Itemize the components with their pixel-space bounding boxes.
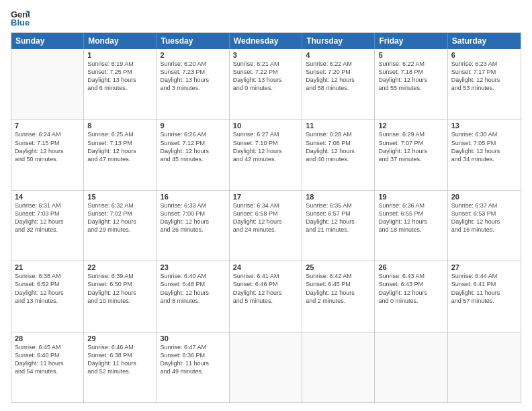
day-number: 26 bbox=[378, 263, 443, 271]
calendar-cell: 25Sunrise: 6:42 AMSunset: 6:45 PMDayligh… bbox=[302, 261, 375, 331]
calendar-row-5: 28Sunrise: 6:45 AMSunset: 6:40 PMDayligh… bbox=[11, 332, 521, 402]
day-number: 8 bbox=[87, 122, 152, 130]
day-number: 4 bbox=[306, 51, 371, 59]
calendar-cell: 6Sunrise: 6:23 AMSunset: 7:17 PMDaylight… bbox=[448, 49, 521, 119]
day-number: 15 bbox=[87, 193, 152, 201]
calendar-cell: 19Sunrise: 6:36 AMSunset: 6:55 PMDayligh… bbox=[375, 191, 447, 261]
day-info: Sunrise: 6:22 AMSunset: 7:20 PMDaylight:… bbox=[306, 60, 371, 93]
logo: General Blue bbox=[11, 8, 32, 27]
calendar-cell: 7Sunrise: 6:24 AMSunset: 7:15 PMDaylight… bbox=[11, 120, 84, 189]
day-number: 27 bbox=[451, 263, 517, 271]
day-info: Sunrise: 6:43 AMSunset: 6:43 PMDaylight:… bbox=[378, 272, 443, 305]
day-number: 17 bbox=[233, 193, 298, 201]
calendar-cell: 22Sunrise: 6:39 AMSunset: 6:50 PMDayligh… bbox=[84, 261, 157, 331]
day-number: 1 bbox=[87, 51, 152, 59]
calendar-cell: 27Sunrise: 6:44 AMSunset: 6:41 PMDayligh… bbox=[448, 261, 521, 331]
calendar-cell bbox=[11, 49, 84, 119]
calendar-cell: 28Sunrise: 6:45 AMSunset: 6:40 PMDayligh… bbox=[11, 332, 84, 402]
day-number: 28 bbox=[15, 334, 80, 342]
day-number: 25 bbox=[306, 263, 371, 271]
calendar-row-3: 14Sunrise: 6:31 AMSunset: 7:03 PMDayligh… bbox=[11, 191, 521, 261]
day-number: 20 bbox=[451, 193, 517, 201]
calendar-cell bbox=[448, 332, 521, 402]
calendar-body: 1Sunrise: 6:19 AMSunset: 7:25 PMDaylight… bbox=[11, 49, 521, 402]
calendar-row-4: 21Sunrise: 6:38 AMSunset: 6:52 PMDayligh… bbox=[11, 261, 521, 332]
day-info: Sunrise: 6:39 AMSunset: 6:50 PMDaylight:… bbox=[87, 272, 152, 305]
day-number: 16 bbox=[161, 193, 226, 201]
calendar-cell: 10Sunrise: 6:27 AMSunset: 7:10 PMDayligh… bbox=[230, 120, 302, 189]
day-number: 11 bbox=[306, 122, 371, 130]
svg-text:Blue: Blue bbox=[11, 17, 30, 27]
calendar-cell: 5Sunrise: 6:22 AMSunset: 7:18 PMDaylight… bbox=[375, 49, 447, 119]
day-info: Sunrise: 6:28 AMSunset: 7:08 PMDaylight:… bbox=[306, 130, 371, 163]
day-number: 12 bbox=[378, 122, 443, 130]
day-info: Sunrise: 6:40 AMSunset: 6:48 PMDaylight:… bbox=[161, 272, 226, 305]
day-number: 5 bbox=[378, 51, 443, 59]
calendar-cell bbox=[302, 332, 375, 402]
page-header: General Blue bbox=[11, 8, 521, 27]
day-number: 3 bbox=[233, 51, 298, 59]
weekday-header-friday: Friday bbox=[375, 33, 447, 49]
calendar-cell bbox=[375, 332, 447, 402]
weekday-header-wednesday: Wednesday bbox=[230, 33, 302, 49]
day-number: 14 bbox=[15, 193, 80, 201]
calendar-cell: 21Sunrise: 6:38 AMSunset: 6:52 PMDayligh… bbox=[11, 261, 84, 331]
day-info: Sunrise: 6:41 AMSunset: 6:46 PMDaylight:… bbox=[233, 272, 298, 305]
day-info: Sunrise: 6:36 AMSunset: 6:55 PMDaylight:… bbox=[378, 201, 443, 234]
day-info: Sunrise: 6:20 AMSunset: 7:23 PMDaylight:… bbox=[161, 60, 226, 93]
day-number: 7 bbox=[15, 122, 80, 130]
calendar-cell: 3Sunrise: 6:21 AMSunset: 7:22 PMDaylight… bbox=[230, 49, 302, 119]
calendar-cell: 4Sunrise: 6:22 AMSunset: 7:20 PMDaylight… bbox=[302, 49, 375, 119]
day-number: 2 bbox=[161, 51, 226, 59]
day-info: Sunrise: 6:42 AMSunset: 6:45 PMDaylight:… bbox=[306, 272, 371, 305]
day-info: Sunrise: 6:45 AMSunset: 6:40 PMDaylight:… bbox=[15, 343, 80, 376]
calendar-cell: 2Sunrise: 6:20 AMSunset: 7:23 PMDaylight… bbox=[157, 49, 230, 119]
calendar-cell: 17Sunrise: 6:34 AMSunset: 6:58 PMDayligh… bbox=[230, 191, 302, 261]
day-info: Sunrise: 6:35 AMSunset: 6:57 PMDaylight:… bbox=[306, 201, 371, 234]
weekday-header-saturday: Saturday bbox=[448, 33, 521, 49]
calendar-page: General Blue SundayMondayTuesdayWednesda… bbox=[0, 0, 532, 411]
calendar-cell: 14Sunrise: 6:31 AMSunset: 7:03 PMDayligh… bbox=[11, 191, 84, 261]
calendar-cell: 18Sunrise: 6:35 AMSunset: 6:57 PMDayligh… bbox=[302, 191, 375, 261]
weekday-header-thursday: Thursday bbox=[302, 33, 375, 49]
calendar-cell: 15Sunrise: 6:32 AMSunset: 7:02 PMDayligh… bbox=[84, 191, 157, 261]
day-number: 21 bbox=[15, 263, 80, 271]
day-info: Sunrise: 6:22 AMSunset: 7:18 PMDaylight:… bbox=[378, 60, 443, 93]
calendar-cell: 29Sunrise: 6:46 AMSunset: 6:38 PMDayligh… bbox=[84, 332, 157, 402]
day-info: Sunrise: 6:44 AMSunset: 6:41 PMDaylight:… bbox=[451, 272, 517, 305]
calendar-cell: 1Sunrise: 6:19 AMSunset: 7:25 PMDaylight… bbox=[84, 49, 157, 119]
calendar-cell: 30Sunrise: 6:47 AMSunset: 6:36 PMDayligh… bbox=[157, 332, 230, 402]
calendar-row-2: 7Sunrise: 6:24 AMSunset: 7:15 PMDaylight… bbox=[11, 120, 521, 190]
day-info: Sunrise: 6:47 AMSunset: 6:36 PMDaylight:… bbox=[161, 343, 226, 376]
day-info: Sunrise: 6:30 AMSunset: 7:05 PMDaylight:… bbox=[451, 130, 517, 163]
day-info: Sunrise: 6:23 AMSunset: 7:17 PMDaylight:… bbox=[451, 60, 517, 93]
day-info: Sunrise: 6:26 AMSunset: 7:12 PMDaylight:… bbox=[161, 130, 226, 163]
day-number: 30 bbox=[161, 334, 226, 342]
day-number: 19 bbox=[378, 193, 443, 201]
weekday-header-sunday: Sunday bbox=[11, 33, 84, 49]
day-info: Sunrise: 6:31 AMSunset: 7:03 PMDaylight:… bbox=[15, 201, 80, 234]
day-number: 23 bbox=[161, 263, 226, 271]
calendar-cell: 24Sunrise: 6:41 AMSunset: 6:46 PMDayligh… bbox=[230, 261, 302, 331]
calendar-row-1: 1Sunrise: 6:19 AMSunset: 7:25 PMDaylight… bbox=[11, 49, 521, 120]
calendar-cell bbox=[230, 332, 302, 402]
day-number: 6 bbox=[451, 51, 517, 59]
calendar-grid: SundayMondayTuesdayWednesdayThursdayFrid… bbox=[11, 32, 521, 403]
day-info: Sunrise: 6:29 AMSunset: 7:07 PMDaylight:… bbox=[378, 130, 443, 163]
day-info: Sunrise: 6:25 AMSunset: 7:13 PMDaylight:… bbox=[87, 130, 152, 163]
weekday-header-tuesday: Tuesday bbox=[157, 33, 230, 49]
calendar-cell: 20Sunrise: 6:37 AMSunset: 6:53 PMDayligh… bbox=[448, 191, 521, 261]
day-number: 22 bbox=[87, 263, 152, 271]
logo-icon: General Blue bbox=[11, 8, 30, 27]
day-info: Sunrise: 6:24 AMSunset: 7:15 PMDaylight:… bbox=[15, 130, 80, 163]
day-info: Sunrise: 6:38 AMSunset: 6:52 PMDaylight:… bbox=[15, 272, 80, 305]
day-info: Sunrise: 6:32 AMSunset: 7:02 PMDaylight:… bbox=[87, 201, 152, 234]
calendar-cell: 23Sunrise: 6:40 AMSunset: 6:48 PMDayligh… bbox=[157, 261, 230, 331]
day-info: Sunrise: 6:33 AMSunset: 7:00 PMDaylight:… bbox=[161, 201, 226, 234]
calendar-cell: 8Sunrise: 6:25 AMSunset: 7:13 PMDaylight… bbox=[84, 120, 157, 189]
day-number: 24 bbox=[233, 263, 298, 271]
day-info: Sunrise: 6:37 AMSunset: 6:53 PMDaylight:… bbox=[451, 201, 517, 234]
calendar-cell: 16Sunrise: 6:33 AMSunset: 7:00 PMDayligh… bbox=[157, 191, 230, 261]
calendar-header: SundayMondayTuesdayWednesdayThursdayFrid… bbox=[11, 33, 521, 49]
calendar-cell: 9Sunrise: 6:26 AMSunset: 7:12 PMDaylight… bbox=[157, 120, 230, 189]
